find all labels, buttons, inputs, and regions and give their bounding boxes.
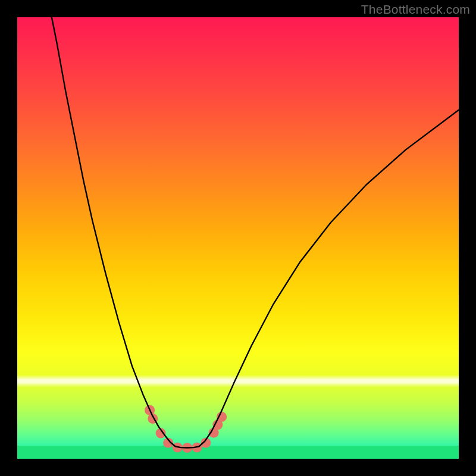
watermark-text: TheBottleneck.com xyxy=(361,2,470,17)
marker-layer xyxy=(145,405,227,453)
chart-svg xyxy=(17,17,459,459)
plot-area xyxy=(17,17,459,459)
outer-frame: TheBottleneck.com xyxy=(0,0,476,476)
bottleneck-curve xyxy=(52,17,459,447)
